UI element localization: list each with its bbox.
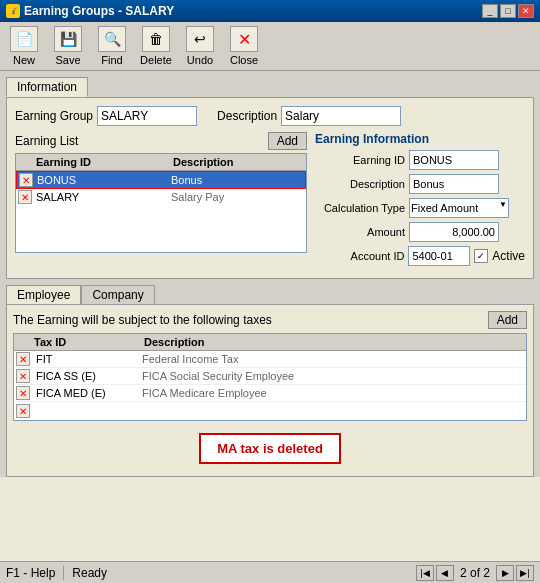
calc-type-row: Calculation Type Fixed Amount Percentage xyxy=(315,198,525,218)
tab-company[interactable]: Company xyxy=(81,285,154,304)
tax-subject-text: The Earning will be subject to the follo… xyxy=(13,313,272,327)
status-divider xyxy=(63,566,64,580)
close-button[interactable]: ✕ Close xyxy=(226,26,262,66)
earning-id-field[interactable] xyxy=(409,150,499,170)
salary-id-cell: SALARY xyxy=(34,190,169,204)
earning-group-row: Earning Group Description xyxy=(15,106,525,126)
remove-empty-btn[interactable]: ✕ xyxy=(16,404,30,418)
save-button[interactable]: 💾 Save xyxy=(50,26,86,66)
maximize-btn[interactable]: □ xyxy=(500,4,516,18)
window-controls: _ □ ✕ xyxy=(482,4,534,18)
find-icon: 🔍 xyxy=(98,26,126,52)
delete-button[interactable]: 🗑 Delete xyxy=(138,26,174,66)
nav-first-btn[interactable]: |◀ xyxy=(416,565,434,581)
earning-list-header: Earning ID Description xyxy=(16,154,306,171)
help-text: F1 - Help xyxy=(6,566,55,580)
save-icon: 💾 xyxy=(54,26,82,52)
app-icon: 💰 xyxy=(6,4,20,18)
earning-id-row: Earning ID xyxy=(315,150,525,170)
toolbar: 📄 New 💾 Save 🔍 Find 🗑 Delete ↩ Undo ✕ Cl… xyxy=(0,22,540,71)
page-indicator: 2 of 2 xyxy=(456,566,494,580)
earning-list: Earning ID Description ✕ BONUS Bonus ✕ S… xyxy=(15,153,307,253)
window-title: Earning Groups - SALARY xyxy=(24,4,174,18)
remove-ficamed-btn[interactable]: ✕ xyxy=(16,386,30,400)
earning-list-row-salary[interactable]: ✕ SALARY Salary Pay xyxy=(16,189,306,205)
tax-row-ficamed[interactable]: ✕ FICA MED (E) FICA Medicare Employee xyxy=(14,385,526,402)
ficamed-id-cell: FICA MED (E) xyxy=(32,386,138,400)
status-text: Ready xyxy=(72,566,107,580)
earning-list-label: Earning List xyxy=(15,134,78,148)
earning-add-button[interactable]: Add xyxy=(268,132,307,150)
calc-type-label: Calculation Type xyxy=(315,202,405,214)
tab-employee[interactable]: Employee xyxy=(6,285,81,304)
calc-type-select-wrapper: Fixed Amount Percentage xyxy=(409,198,509,218)
tax-add-button[interactable]: Add xyxy=(488,311,527,329)
earning-id-label: Earning ID xyxy=(315,154,405,166)
earning-group-input[interactable] xyxy=(97,106,197,126)
tax-list: Tax ID Description ✕ FIT Federal Income … xyxy=(13,333,527,421)
nav-next-btn[interactable]: ▶ xyxy=(496,565,514,581)
description-input[interactable] xyxy=(281,106,401,126)
amount-row: Amount xyxy=(315,222,525,242)
calc-type-select[interactable]: Fixed Amount Percentage xyxy=(409,198,509,218)
account-id-row: Account ID ✓ Active xyxy=(315,246,525,266)
window-close-btn[interactable]: ✕ xyxy=(518,4,534,18)
nav-controls: |◀ ◀ 2 of 2 ▶ ▶| xyxy=(416,565,534,581)
remove-bonus-btn[interactable]: ✕ xyxy=(19,173,33,187)
ma-tax-message: MA tax is deleted xyxy=(199,433,341,464)
ficamed-desc-cell: FICA Medicare Employee xyxy=(138,386,271,400)
tax-list-header: Tax ID Description xyxy=(14,334,526,351)
find-button[interactable]: 🔍 Find xyxy=(94,26,130,66)
tab-information[interactable]: Information xyxy=(6,77,88,97)
ficass-id-cell: FICA SS (E) xyxy=(32,369,138,383)
nav-prev-btn[interactable]: ◀ xyxy=(436,565,454,581)
nav-last-btn[interactable]: ▶| xyxy=(516,565,534,581)
account-id-label: Account ID xyxy=(315,250,404,262)
remove-ficass-btn[interactable]: ✕ xyxy=(16,369,30,383)
bonus-id-cell: BONUS xyxy=(35,173,169,187)
close-icon: ✕ xyxy=(230,26,258,52)
amount-label: Amount xyxy=(315,226,405,238)
fit-id-cell: FIT xyxy=(32,352,138,366)
salary-desc-cell: Salary Pay xyxy=(169,190,304,204)
tax-id-col-header: Tax ID xyxy=(30,334,140,350)
earning-desc-row: Description xyxy=(315,174,525,194)
undo-button[interactable]: ↩ Undo xyxy=(182,26,218,66)
tax-row-fit[interactable]: ✕ FIT Federal Income Tax xyxy=(14,351,526,368)
account-checkbox[interactable]: ✓ xyxy=(474,249,488,263)
description-label: Description xyxy=(217,109,277,123)
earning-desc-field[interactable] xyxy=(409,174,499,194)
bottom-panel: The Earning will be subject to the follo… xyxy=(6,304,534,477)
amount-field[interactable] xyxy=(409,222,499,242)
new-icon: 📄 xyxy=(10,26,38,52)
ficass-desc-cell: FICA Social Security Employee xyxy=(138,369,298,383)
new-button[interactable]: 📄 New xyxy=(6,26,42,66)
earning-list-row-bonus[interactable]: ✕ BONUS Bonus xyxy=(16,171,306,189)
delete-icon: 🗑 xyxy=(142,26,170,52)
tax-desc-col-header: Description xyxy=(140,334,209,350)
description-col-header: Description xyxy=(169,154,306,170)
earning-id-col-header: Earning ID xyxy=(32,154,169,170)
earning-desc-label: Description xyxy=(315,178,405,190)
fit-desc-cell: Federal Income Tax xyxy=(138,352,242,366)
minimize-btn[interactable]: _ xyxy=(482,4,498,18)
earning-group-label: Earning Group xyxy=(15,109,93,123)
remove-fit-btn[interactable]: ✕ xyxy=(16,352,30,366)
bonus-desc-cell: Bonus xyxy=(169,173,303,187)
tax-row-ficass[interactable]: ✕ FICA SS (E) FICA Social Security Emplo… xyxy=(14,368,526,385)
earning-info-panel: Earning Information Earning ID Descripti… xyxy=(315,132,525,270)
undo-icon: ↩ xyxy=(186,26,214,52)
active-label: Active xyxy=(492,249,525,263)
account-id-field[interactable] xyxy=(408,246,470,266)
bottom-section: Employee Company The Earning will be sub… xyxy=(6,285,534,477)
bottom-panel-header: The Earning will be subject to the follo… xyxy=(13,311,527,329)
tax-row-empty: ✕ xyxy=(14,402,526,420)
earning-info-title: Earning Information xyxy=(315,132,525,146)
remove-salary-btn[interactable]: ✕ xyxy=(18,190,32,204)
title-bar: 💰 Earning Groups - SALARY _ □ ✕ xyxy=(0,0,540,22)
status-bar: F1 - Help Ready |◀ ◀ 2 of 2 ▶ ▶| xyxy=(0,561,540,583)
